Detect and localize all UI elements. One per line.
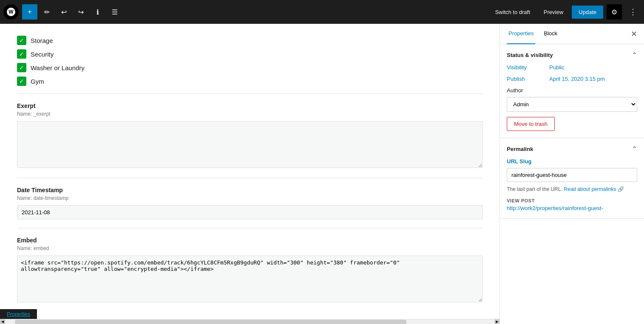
visibility-row: Visibility Public [507, 64, 637, 71]
editor-area: ✓ Storage ✓ Security ✓ Washer or Laundry… [0, 24, 500, 324]
checkbox-icon[interactable]: ✓ [17, 49, 26, 59]
wordpress-logo[interactable]: W [3, 4, 19, 20]
date-timestamp-field-section: Date Timestamp Name: date-timestamp [17, 178, 483, 228]
visibility-label: Visibility [507, 64, 549, 71]
bottom-scrollbar: ◀ ▶ [0, 319, 500, 324]
status-visibility-section: Status & visibility ⌃ Visibility Public … [500, 44, 644, 138]
footer-tab-properties[interactable]: Properties [7, 311, 30, 317]
checkmark-icon: ✓ [19, 37, 24, 44]
undo-button[interactable]: ↩ [56, 4, 71, 20]
add-block-button[interactable]: + [22, 4, 37, 20]
checkmark-icon: ✓ [19, 64, 24, 71]
sidebar-header: Properties Block ✕ [500, 24, 644, 44]
exerpt-meta: Name: _exerpt [17, 111, 483, 117]
url-slug-input[interactable] [507, 168, 637, 182]
view-post-label: VIEW POST [507, 198, 637, 203]
checkbox-icon[interactable]: ✓ [17, 63, 26, 72]
exerpt-title: Exerpt [17, 102, 483, 109]
date-timestamp-title: Date Timestamp [17, 187, 483, 193]
main-layout: ✓ Storage ✓ Security ✓ Washer or Laundry… [0, 24, 644, 324]
checkmark-icon: ✓ [19, 78, 24, 85]
checkbox-item: ✓ Security [17, 49, 483, 59]
embed-title: Embed [17, 237, 483, 244]
status-visibility-title: Status & visibility [507, 52, 553, 58]
more-options-button[interactable]: ⋮ [625, 4, 641, 20]
publish-value[interactable]: April 15, 2020 3:15 pm [549, 76, 605, 82]
permalink-section: Permalink ⌃ URL Slug The last part of th… [500, 138, 644, 219]
permalink-body: URL Slug The last part of the URL. Read … [507, 158, 637, 211]
list-view-button[interactable]: ☰ [107, 4, 122, 20]
author-dropdown[interactable]: Admin [507, 97, 637, 112]
settings-button[interactable]: ⚙ [607, 4, 622, 20]
status-visibility-header[interactable]: Status & visibility ⌃ [507, 51, 637, 59]
switch-to-draft-button[interactable]: Switch to draft [490, 6, 535, 19]
scroll-left-arrow[interactable]: ◀ [0, 319, 5, 324]
embed-field-section: Embed Name: embed <iframe src="https://o… [17, 228, 483, 312]
publish-label: Publish [507, 76, 549, 82]
toolbar: W + ✏ ↩ ↪ ℹ ☰ Switch to draft Preview Up… [0, 0, 644, 24]
footer-tabs: Properties [0, 309, 37, 319]
url-description: The last part of the URL. Read about per… [507, 185, 637, 193]
checkbox-icon[interactable]: ✓ [17, 77, 26, 86]
tab-block[interactable]: Block [542, 24, 559, 44]
visibility-value[interactable]: Public [549, 64, 564, 71]
checkbox-item: ✓ Washer or Laundry [17, 63, 483, 72]
sidebar-tabs: Properties Block [507, 24, 631, 44]
checkbox-item: ✓ Storage [17, 36, 483, 45]
permalink-header[interactable]: Permalink ⌃ [507, 145, 637, 153]
embed-textarea[interactable]: <iframe src="https://open.spotify.com/em… [17, 256, 483, 302]
read-about-permalinks-link[interactable]: Read about permalinks [564, 186, 616, 192]
bottom-scroll-track[interactable] [5, 319, 494, 324]
date-timestamp-meta: Name: date-timestamp [17, 195, 483, 201]
checkbox-label: Security [31, 51, 54, 58]
url-slug-label: URL Slug [507, 158, 637, 165]
preview-button[interactable]: Preview [539, 6, 568, 19]
scroll-right-arrow[interactable]: ▶ [494, 319, 500, 324]
date-timestamp-input[interactable] [17, 205, 483, 219]
exerpt-field-section: Exerpt Name: _exerpt [17, 94, 483, 178]
checkbox-label: Washer or Laundry [31, 64, 85, 71]
checkmark-icon: ✓ [19, 51, 24, 57]
redo-button[interactable]: ↪ [73, 4, 88, 20]
exerpt-textarea[interactable] [17, 121, 483, 168]
checkbox-label: Storage [31, 37, 53, 44]
permalink-title: Permalink [507, 146, 533, 152]
checkbox-item: ✓ Gym [17, 77, 483, 86]
close-sidebar-button[interactable]: ✕ [631, 29, 637, 39]
author-section: Author Admin [507, 87, 637, 112]
status-visibility-toggle-icon: ⌃ [632, 51, 637, 59]
checkbox-label: Gym [31, 78, 44, 85]
bottom-scroll-thumb [15, 320, 407, 324]
edit-button[interactable]: ✏ [39, 4, 54, 20]
sidebar: Properties Block ✕ Status & visibility ⌃… [500, 24, 644, 324]
move-to-trash-button[interactable]: Move to trash [507, 117, 555, 131]
permalink-toggle-icon: ⌃ [632, 145, 637, 153]
info-button[interactable]: ℹ [90, 4, 105, 20]
tab-properties[interactable]: Properties [507, 24, 535, 44]
update-button[interactable]: Update [572, 6, 603, 19]
embed-meta: Name: embed [17, 245, 483, 251]
status-visibility-body: Visibility Public Publish April 15, 2020… [507, 64, 637, 131]
view-post-link[interactable]: http://work2/properties/rainforest-guest… [507, 205, 603, 211]
checkbox-icon[interactable]: ✓ [17, 36, 26, 45]
author-label: Author [507, 87, 637, 94]
publish-row: Publish April 15, 2020 3:15 pm [507, 76, 637, 82]
checkbox-list: ✓ Storage ✓ Security ✓ Washer or Laundry… [17, 32, 483, 94]
